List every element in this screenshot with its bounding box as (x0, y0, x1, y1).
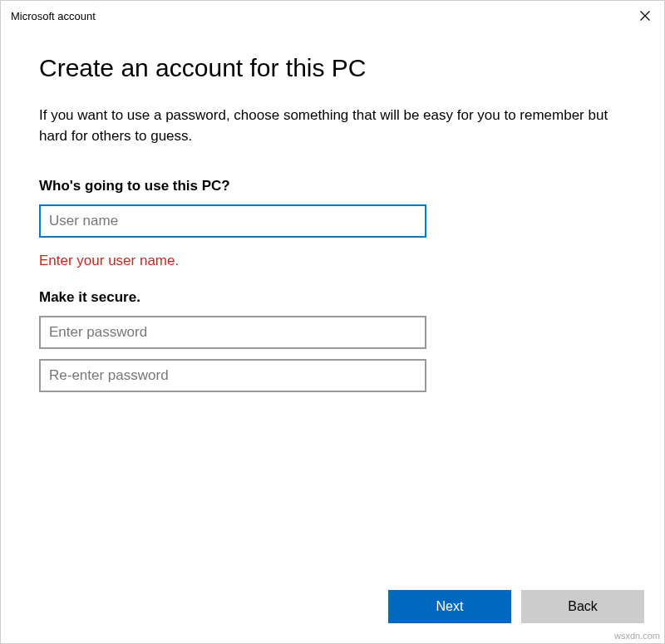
username-input[interactable] (39, 204, 426, 238)
close-button[interactable] (626, 1, 664, 31)
password-input[interactable] (39, 316, 426, 349)
titlebar: Microsoft account (1, 1, 664, 31)
close-icon (640, 11, 650, 21)
password-section-label: Make it secure. (39, 289, 626, 306)
dialog-window: Microsoft account Create an account for … (0, 0, 665, 644)
password-confirm-input[interactable] (39, 359, 426, 392)
watermark: wsxdn.com (614, 631, 660, 641)
content-area: Create an account for this PC If you wan… (1, 31, 664, 590)
back-button[interactable]: Back (521, 590, 644, 623)
footer: Next Back (1, 590, 664, 643)
username-section-label: Who's going to use this PC? (39, 178, 626, 194)
username-error: Enter your user name. (39, 253, 626, 269)
page-description: If you want to use a password, choose so… (39, 106, 626, 146)
password-group (39, 316, 626, 402)
window-title: Microsoft account (11, 10, 96, 22)
page-heading: Create an account for this PC (39, 54, 626, 82)
next-button[interactable]: Next (388, 590, 511, 623)
